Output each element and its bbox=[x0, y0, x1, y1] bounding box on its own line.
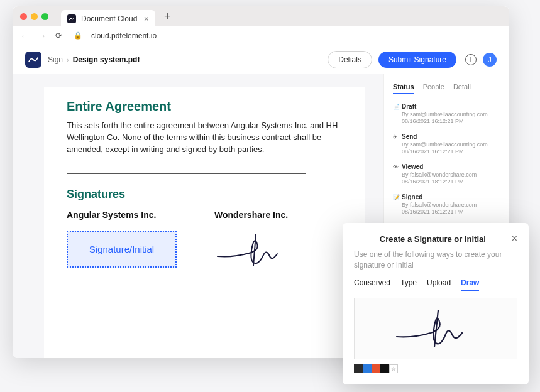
avatar[interactable]: J bbox=[483, 53, 497, 67]
tab-title: Document Cloud bbox=[81, 14, 137, 23]
submit-signature-button[interactable]: Submit Signature bbox=[378, 52, 456, 68]
modal-subtitle: Use one of the following ways to create … bbox=[354, 249, 517, 271]
window-maximize-icon[interactable] bbox=[41, 13, 48, 20]
modal-tab-upload[interactable]: Upload bbox=[427, 278, 451, 291]
event-by: By falsalk@wondershare.com bbox=[402, 202, 500, 208]
event-signed: 📝 Signed By falsalk@wondershare.com 08/1… bbox=[393, 193, 500, 215]
modal-tab-conserved[interactable]: Conserved bbox=[354, 278, 390, 291]
event-send: ✈ Send By sam@umbrellaaccounting.com 08/… bbox=[393, 133, 500, 155]
tab-people[interactable]: People bbox=[423, 83, 444, 94]
signature-placeholder[interactable]: Signature/Initial bbox=[67, 231, 177, 268]
modal-title: Create a Signature or Initial bbox=[354, 234, 512, 244]
tab-close-icon[interactable]: × bbox=[144, 14, 149, 24]
browser-tab[interactable]: Document Cloud × bbox=[61, 10, 155, 28]
info-icon[interactable]: i bbox=[465, 54, 477, 65]
titlebar: Document Cloud × + bbox=[13, 6, 509, 26]
tab-status[interactable]: Status bbox=[393, 83, 414, 94]
swatch-4[interactable] bbox=[380, 364, 389, 373]
divider bbox=[67, 173, 306, 174]
signed-icon: 📝 bbox=[393, 194, 400, 200]
url-text[interactable]: cloud.pdfelement.io bbox=[91, 31, 157, 40]
address-bar: ← → ⟳ 🔒 cloud.pdfelement.io bbox=[13, 26, 509, 45]
signer1-name: Angular Systems Inc. bbox=[67, 210, 177, 220]
signature-row: Angular Systems Inc. Signature/Initial W… bbox=[67, 210, 342, 271]
signature-canvas[interactable] bbox=[354, 298, 517, 359]
color-swatches: ☆ bbox=[354, 364, 517, 373]
reload-icon[interactable]: ⟳ bbox=[55, 31, 62, 40]
nav-forward-icon[interactable]: → bbox=[38, 31, 47, 41]
document-page: Entire Agreement This sets forth the ent… bbox=[44, 87, 365, 358]
event-date: 08/16/2021 18:12:21 PM bbox=[402, 178, 500, 185]
event-date: 08/16/2021 16:12:21 PM bbox=[402, 118, 500, 124]
modal-tab-type[interactable]: Type bbox=[400, 278, 417, 291]
event-title: Viewed bbox=[402, 163, 500, 170]
signatures-heading: Signatures bbox=[67, 188, 342, 201]
viewed-icon: 👁 bbox=[393, 164, 399, 170]
event-by: By sam@umbrellaaccounting.com bbox=[402, 141, 500, 148]
app-logo-icon[interactable] bbox=[25, 52, 41, 68]
document-area: Entire Agreement This sets forth the ent… bbox=[13, 74, 383, 358]
signature-stroke-icon bbox=[392, 307, 480, 351]
breadcrumb-separator-icon: › bbox=[67, 56, 69, 63]
modal-tab-draw[interactable]: Draw bbox=[461, 278, 479, 291]
nav-back-icon[interactable]: ← bbox=[20, 31, 29, 41]
app-favicon-icon bbox=[67, 14, 76, 23]
app-toolbar: Sign › Design system.pdf Detials Submit … bbox=[13, 45, 509, 74]
signature-modal: Create a Signature or Initial × Use one … bbox=[343, 223, 529, 384]
event-by: By falsalk@wondershare.com bbox=[402, 172, 500, 178]
swatch-2[interactable] bbox=[363, 364, 372, 373]
signer2-name: Wondershare Inc. bbox=[214, 210, 296, 220]
window-minimize-icon[interactable] bbox=[31, 13, 38, 20]
breadcrumb-file: Design system.pdf bbox=[73, 55, 140, 64]
modal-tabs: Conserved Type Upload Draw bbox=[354, 278, 517, 291]
new-tab-icon[interactable]: + bbox=[164, 10, 171, 23]
modal-close-icon[interactable]: × bbox=[512, 233, 517, 244]
event-date: 08/16/2021 16:12:21 PM bbox=[402, 209, 500, 215]
lock-icon: 🔒 bbox=[74, 31, 82, 40]
event-draft: 📄 Draft By sam@umbrellaaccounting.com 08… bbox=[393, 103, 500, 124]
event-by: By sam@umbrellaaccounting.com bbox=[402, 111, 500, 117]
window-close-icon[interactable] bbox=[20, 13, 27, 20]
signature-drawn-icon bbox=[214, 231, 296, 269]
signature-placeholder-label: Signature/Initial bbox=[89, 244, 154, 254]
tab-detail[interactable]: Detail bbox=[453, 83, 471, 94]
draft-icon: 📄 bbox=[393, 104, 400, 110]
agreement-paragraph: This sets forth the entire agreement bet… bbox=[67, 120, 342, 156]
send-icon: ✈ bbox=[393, 134, 398, 140]
event-date: 08/16/2021 16:12:21 PM bbox=[402, 148, 500, 155]
swatch-custom[interactable]: ☆ bbox=[389, 364, 398, 373]
event-viewed: 👁 Viewed By falsalk@wondershare.com 08/1… bbox=[393, 163, 500, 185]
event-title: Send bbox=[402, 133, 500, 140]
details-button[interactable]: Detials bbox=[328, 51, 372, 68]
sidebar-tabs: Status People Detail bbox=[393, 83, 500, 94]
event-title: Signed bbox=[402, 193, 500, 200]
swatch-3[interactable] bbox=[372, 364, 380, 373]
agreement-heading: Entire Agreement bbox=[67, 99, 342, 114]
breadcrumb-root[interactable]: Sign bbox=[48, 55, 63, 64]
swatch-1[interactable] bbox=[354, 364, 363, 373]
event-title: Draft bbox=[402, 103, 500, 110]
